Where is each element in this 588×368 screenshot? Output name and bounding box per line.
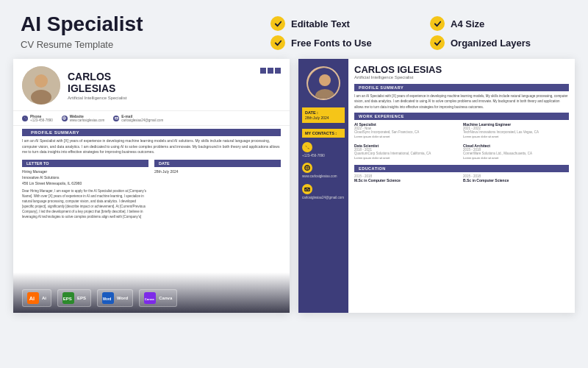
sidebar-website-icon: [302, 163, 312, 173]
resume2-main: CARLOS IGLESIAS Artificial Intelligence …: [348, 59, 575, 313]
resume1-name-block: CARLOS IGLESIAS Artificial Intelligence …: [68, 71, 253, 100]
date-value: 28th July 2024: [154, 169, 281, 174]
check-icon-a4: [430, 16, 445, 31]
resume1-letter-date: LETTER TO Hiring Manager Innovative AI S…: [22, 160, 281, 220]
badge-eps: EPS EPS: [57, 289, 91, 307]
feature-label-editable: Editable Text: [291, 18, 350, 29]
badge-ai-label: Ai: [42, 296, 46, 300]
contact-email: E-mail carlosiglesias24@gmail.com: [113, 114, 163, 122]
date-value-2: 28th July 2024: [305, 116, 342, 120]
resume1-profile-summary-bar: PROFILE SUMMARY: [22, 129, 281, 136]
sidebar-phone: +123-456-7890: [302, 142, 345, 158]
svg-text:Ai: Ai: [29, 295, 35, 302]
resume1-overlay: Ai Ai EPS EPS Word Word: [13, 272, 290, 313]
badge-canva-label: Canva: [159, 296, 172, 300]
contacts-header: MY CONTACTS :: [305, 131, 342, 135]
letter-to-header: LETTER TO: [22, 160, 148, 167]
sq3: [275, 68, 281, 74]
letter-body: Dear Hiring Manager, I am eager to apply…: [22, 188, 148, 220]
svg-point-1: [35, 74, 48, 88]
resume2-edu-bar: EDUCATION: [354, 165, 569, 172]
feature-organized-layers: Organized Layers: [430, 35, 567, 50]
resume2-work-bar: WORK EXPERIENCE: [354, 113, 569, 120]
work-item-3: Cloud Architect 2015 - 2018 CornerWare S…: [463, 144, 569, 160]
check-icon-fonts: [270, 35, 285, 50]
sidebar-website-text: www.carlosiglesias.com: [302, 174, 345, 179]
badge-eps-label: EPS: [77, 296, 86, 300]
check-icon-layers: [430, 35, 445, 50]
avatar-1: [22, 66, 60, 105]
feature-label-layers: Organized Layers: [451, 38, 531, 49]
header: AI Specialist CV Resume Template Editabl…: [0, 0, 588, 59]
features-grid: Editable Text A4 Size Free Fonts to Use: [256, 13, 567, 50]
resume2-profile-text: I am an AI Specialist with [X] years of …: [354, 93, 569, 110]
subtitle: CV Resume Template: [21, 39, 256, 50]
contact-phone-info: Phone +123-456-7890: [30, 114, 53, 122]
resume2-role: Artificial Intelligence Specialist: [354, 75, 569, 79]
svg-text:Word: Word: [103, 297, 112, 301]
avatar-2: [306, 66, 340, 100]
feature-a4-size: A4 Size: [430, 16, 567, 31]
date-header: DATE: [154, 160, 281, 167]
contact-email-info: E-mail carlosiglesias24@gmail.com: [121, 114, 163, 122]
sidebar-email-icon: [302, 184, 312, 194]
badge-word-label: Word: [117, 296, 128, 300]
letter-section: LETTER TO Hiring Manager Innovative AI S…: [22, 160, 148, 220]
sq1: [260, 68, 266, 74]
svg-point-16: [319, 74, 331, 86]
contacts-label: MY CONTACTS :: [302, 129, 345, 138]
sidebar-website: www.carlosiglesias.com: [302, 163, 345, 179]
title-section: AI Specialist CV Resume Template: [21, 13, 256, 50]
work-item-1: Machine Learning Engineer 2021 - 2022 Te…: [463, 122, 569, 138]
edu-grid: 2015 - 2018 M.Sc in Computer Science 201…: [354, 174, 569, 184]
resume1-role: Artificial Intelligence Specialist: [68, 96, 253, 100]
edu-item-0: 2015 - 2018 M.Sc in Computer Science: [354, 174, 460, 183]
hiring-manager: Hiring Manager: [22, 169, 148, 174]
work-exp-grid: AI Specialist 2022 - Now CloudSync Incor…: [354, 122, 569, 162]
content-area: CARLOS IGLESIAS Artificial Intelligence …: [0, 59, 588, 368]
badge-word: Word Word: [97, 289, 133, 307]
resume-preview-2: DATE : 28th July 2024 MY CONTACTS : +123…: [298, 59, 575, 313]
svg-point-2: [31, 90, 51, 105]
work-item-2: Data Scientist 2018 - 2021 QuantumCorp S…: [354, 144, 460, 160]
badge-canva: Canva Canva: [139, 289, 177, 307]
check-icon-editable: [270, 16, 285, 31]
sq2: [268, 68, 273, 74]
address: 456 Lin Street Minneapolis, IL 62960: [22, 181, 148, 185]
page-wrapper: AI Specialist CV Resume Template Editabl…: [0, 0, 588, 368]
website-icon: [62, 116, 68, 121]
resume2-sidebar: DATE : 28th July 2024 MY CONTACTS : +123…: [298, 59, 348, 313]
contact-phone: Phone +123-456-7890: [22, 114, 53, 122]
feature-label-fonts: Free Fonts to Use: [291, 38, 372, 49]
edu-item-1: 2015 - 2018 B.Sc in Computer Science: [463, 174, 569, 183]
resume1-profile-text: I am an AI Specialist with [X] years of …: [22, 138, 281, 155]
resume1-header: CARLOS IGLESIAS Artificial Intelligence …: [13, 59, 290, 111]
email-icon: [113, 116, 119, 121]
sidebar-phone-text: +123-456-7890: [302, 154, 345, 158]
phone-icon: [22, 116, 28, 121]
feature-free-fonts: Free Fonts to Use: [270, 35, 408, 50]
contact-website-info: Website www.carlosiglesias.com: [70, 114, 105, 122]
work-item-0: AI Specialist 2022 - Now CloudSync Incor…: [354, 122, 460, 138]
contact-website: Website www.carlosiglesias.com: [62, 114, 105, 122]
svg-text:EPS: EPS: [63, 297, 72, 301]
resume1-contact-bar: Phone +123-456-7890 Website www.carlosig…: [13, 111, 290, 126]
main-title: AI Specialist: [21, 13, 256, 36]
resume2-date-box: DATE : 28th July 2024: [302, 107, 345, 123]
date-label: DATE :: [305, 110, 342, 115]
svg-text:Canva: Canva: [145, 297, 155, 301]
resume2-name: CARLOS IGLESIAS: [354, 65, 569, 75]
date-section: DATE 28th July 2024: [154, 160, 281, 220]
resume-preview-1: CARLOS IGLESIAS Artificial Intelligence …: [13, 59, 290, 313]
feature-label-a4: A4 Size: [451, 18, 484, 29]
resume2-profile-bar: PROFILE SUMMARY: [354, 84, 569, 91]
company-name: Innovative AI Solutions: [22, 175, 148, 180]
resume1-name: CARLOS IGLESIAS: [68, 71, 253, 94]
feature-editable-text: Editable Text: [270, 16, 408, 31]
badge-ai: Ai Ai: [22, 289, 51, 307]
sidebar-email: carlosiglesias24@gmail.com: [302, 184, 345, 200]
sidebar-phone-icon: [302, 142, 312, 152]
sidebar-email-text: carlosiglesias24@gmail.com: [302, 196, 345, 200]
resume1-squares: [260, 68, 281, 74]
